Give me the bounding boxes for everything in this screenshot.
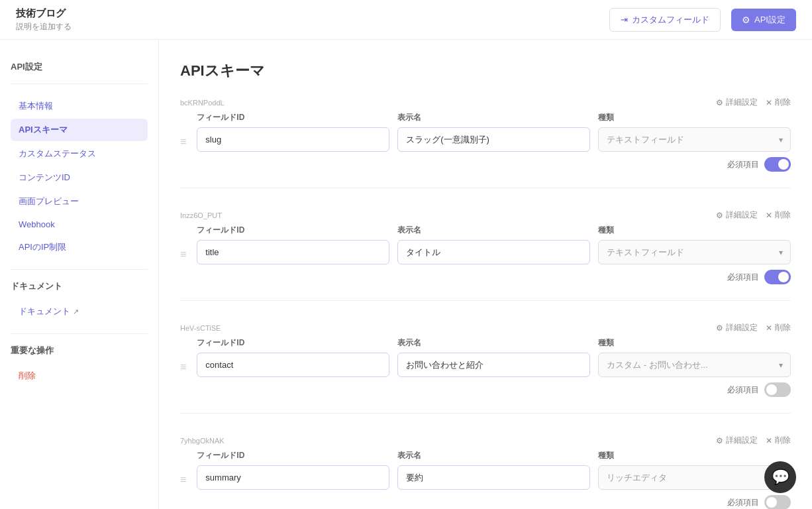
schema-block-1: Inzz6O_PUT ⚙ 詳細設定 ✕ 削除 ≡ xyxy=(180,209,791,301)
schema-fields-1: フィールドID 表示名 種類 テキストフィールド xyxy=(197,225,791,284)
sidebar-item-webhook[interactable]: Webhook xyxy=(11,214,148,235)
gear-icon-0: ⚙ xyxy=(716,98,723,107)
schema-columns-3: フィールドID 表示名 種類 リッチエディタ xyxy=(197,450,791,490)
required-toggle-3[interactable] xyxy=(764,495,791,509)
main-content: APIスキーマ bcKRNPoddL ⚙ 詳細設定 ✕ 削除 ≡ xyxy=(159,40,812,509)
schema-row-2: ≡ フィールドID 表示名 種類 xyxy=(180,337,791,397)
schema-row-1: ≡ フィールドID 表示名 種類 xyxy=(180,225,791,284)
schema-block-3: 7yhbgOkNAK ⚙ 詳細設定 ✕ 削除 ≡ xyxy=(180,435,791,509)
schema-columns-1: フィールドID 表示名 種類 テキストフィールド xyxy=(197,225,791,264)
external-link-icon: ↗ xyxy=(73,308,79,316)
detail-settings-button-3[interactable]: ⚙ 詳細設定 xyxy=(716,435,758,446)
schema-block-0: bcKRNPoddL ⚙ 詳細設定 ✕ 削除 ≡ xyxy=(180,97,791,188)
display-name-input-3[interactable] xyxy=(397,465,590,490)
api-settings-button[interactable]: ⚙ API設定 xyxy=(731,9,796,31)
sidebar: API設定 基本情報 APIスキーマ カスタムステータス コンテンツID 画面プ… xyxy=(0,40,159,509)
sidebar-section-api: API設定 xyxy=(11,61,148,73)
chat-bubble[interactable]: 💬 xyxy=(764,461,796,493)
chat-icon: 💬 xyxy=(772,469,789,486)
display-name-input-0[interactable] xyxy=(397,127,590,152)
drag-handle-2[interactable]: ≡ xyxy=(180,361,186,373)
gear-icon: ⚙ xyxy=(742,15,750,25)
site-subtitle[interactable]: 説明を追加する xyxy=(16,21,72,32)
type-select-wrapper-3: リッチエディタ xyxy=(598,465,791,490)
schema-columns-2: フィールドID 表示名 種類 カスタム - お問い合わせ... xyxy=(197,337,791,377)
type-select-2[interactable]: カスタム - お問い合わせ... xyxy=(598,353,791,377)
required-toggle-1[interactable] xyxy=(764,270,791,284)
schema-row-3: ≡ フィールドID 表示名 種類 xyxy=(180,450,791,509)
sidebar-item-basic-info[interactable]: 基本情報 xyxy=(11,95,148,117)
delete-button-2[interactable]: ✕ 削除 xyxy=(766,322,791,333)
schema-block-actions-3: ⚙ 詳細設定 ✕ 削除 xyxy=(716,435,791,446)
header-left: 技術ブログ 説明を追加する xyxy=(16,7,72,32)
schema-block-id-3: 7yhbgOkNAK xyxy=(180,437,225,445)
field-id-input-0[interactable] xyxy=(197,127,389,152)
required-row-1: 必須項目 xyxy=(197,270,791,284)
close-icon-3: ✕ xyxy=(766,436,772,445)
schema-fields-0: フィールドID 表示名 種類 テキストフィールド xyxy=(197,112,791,172)
gear-icon-2: ⚙ xyxy=(716,323,723,333)
gear-icon-3: ⚙ xyxy=(716,436,723,445)
custom-field-button[interactable]: ⇥ カスタムフィールド xyxy=(609,8,721,32)
sidebar-item-docs[interactable]: ドキュメント ↗ xyxy=(11,300,148,323)
detail-settings-button-1[interactable]: ⚙ 詳細設定 xyxy=(716,209,758,221)
close-icon-0: ✕ xyxy=(766,98,772,107)
required-row-0: 必須項目 xyxy=(197,157,791,172)
display-name-col-0: 表示名 xyxy=(397,112,590,152)
type-select-0[interactable]: テキストフィールド xyxy=(598,127,791,152)
schema-fields-2: フィールドID 表示名 種類 カスタム - お問い合わせ... xyxy=(197,337,791,397)
sidebar-item-api-schema[interactable]: APIスキーマ xyxy=(11,119,148,141)
type-col-3: 種類 リッチエディタ xyxy=(598,450,791,490)
sidebar-section-docs: ドキュメント xyxy=(11,280,148,292)
required-row-2: 必須項目 xyxy=(197,382,791,397)
detail-settings-button-0[interactable]: ⚙ 詳細設定 xyxy=(716,97,758,108)
schema-block-actions-0: ⚙ 詳細設定 ✕ 削除 xyxy=(716,97,791,108)
header: 技術ブログ 説明を追加する ⇥ カスタムフィールド ⚙ API設定 xyxy=(0,0,812,40)
page-title: APIスキーマ xyxy=(180,61,791,81)
sidebar-item-custom-status[interactable]: カスタムステータス xyxy=(11,142,148,165)
required-toggle-0[interactable] xyxy=(764,157,791,172)
delete-button-0[interactable]: ✕ 削除 xyxy=(766,97,791,108)
delete-button-3[interactable]: ✕ 削除 xyxy=(766,435,791,446)
detail-settings-button-2[interactable]: ⚙ 詳細設定 xyxy=(716,322,758,333)
schema-row-0: ≡ フィールドID 表示名 種類 xyxy=(180,112,791,172)
required-row-3: 必須項目 xyxy=(197,495,791,509)
type-select-1[interactable]: テキストフィールド xyxy=(598,240,791,264)
schema-block-id-0: bcKRNPoddL xyxy=(180,99,225,107)
display-name-input-2[interactable] xyxy=(397,353,590,377)
drag-handle-1[interactable]: ≡ xyxy=(180,249,186,260)
required-toggle-2[interactable] xyxy=(764,382,791,397)
field-id-input-3[interactable] xyxy=(197,465,389,490)
field-id-col-3: フィールドID xyxy=(197,450,389,490)
field-id-input-2[interactable] xyxy=(197,353,389,377)
site-title: 技術ブログ xyxy=(16,7,72,20)
type-select-3[interactable]: リッチエディタ xyxy=(598,465,791,490)
display-name-col-1: 表示名 xyxy=(397,225,590,264)
sidebar-item-screen-preview[interactable]: 画面プレビュー xyxy=(11,190,148,213)
schema-block-actions-1: ⚙ 詳細設定 ✕ 削除 xyxy=(716,209,791,221)
close-icon-1: ✕ xyxy=(766,211,772,220)
type-select-wrapper-1: テキストフィールド xyxy=(598,240,791,264)
display-name-col-3: 表示名 xyxy=(397,450,590,490)
schema-fields-3: フィールドID 表示名 種類 リッチエディタ xyxy=(197,450,791,509)
delete-button-1[interactable]: ✕ 削除 xyxy=(766,209,791,221)
type-col-2: 種類 カスタム - お問い合わせ... xyxy=(598,337,791,377)
close-icon-2: ✕ xyxy=(766,323,772,333)
sidebar-item-content-id[interactable]: コンテンツID xyxy=(11,166,148,189)
sidebar-section-danger: 重要な操作 xyxy=(11,345,148,357)
drag-handle-3[interactable]: ≡ xyxy=(180,474,186,486)
schema-block-id-1: Inzz6O_PUT xyxy=(180,211,222,219)
schema-columns-0: フィールドID 表示名 種類 テキストフィールド xyxy=(197,112,791,152)
header-right: ⇥ カスタムフィールド ⚙ API設定 xyxy=(609,8,796,32)
custom-field-icon: ⇥ xyxy=(621,15,628,25)
display-name-input-1[interactable] xyxy=(397,240,590,264)
type-col-0: 種類 テキストフィールド xyxy=(598,112,791,152)
field-id-col-1: フィールドID xyxy=(197,225,389,264)
sidebar-item-ip-restriction[interactable]: APIのIP制限 xyxy=(11,236,148,258)
type-select-wrapper-2: カスタム - お問い合わせ... xyxy=(598,353,791,377)
drag-handle-0[interactable]: ≡ xyxy=(180,136,186,148)
schema-block-2: HeV-sCTiSE ⚙ 詳細設定 ✕ 削除 ≡ xyxy=(180,322,791,414)
field-id-input-1[interactable] xyxy=(197,240,389,264)
sidebar-item-delete[interactable]: 削除 xyxy=(11,365,148,387)
display-name-col-2: 表示名 xyxy=(397,337,590,377)
